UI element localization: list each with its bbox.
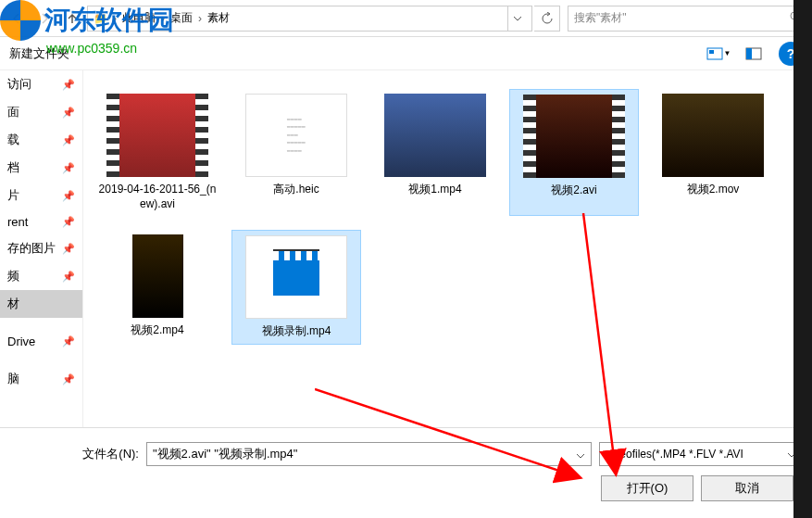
file-thumbnail [245,235,347,319]
nav-up-button[interactable] [59,6,85,32]
pin-icon: 📌 [62,190,75,202]
svg-rect-4 [746,48,752,59]
file-label: 2019-04-16-2011-56_(new).avi [97,183,218,211]
pin-icon: 📌 [62,216,75,228]
main-area: 访问📌面📌载📌档📌片📌rent📌存的图片📌频📌材Drive📌脑📌 2019-04… [0,70,812,427]
subbar: 新建文件夹 ▼ ? [0,37,812,70]
file-thumbnail [523,95,625,178]
sidebar-item[interactable] [0,354,82,365]
nav-forward-button[interactable] [31,6,57,32]
breadcrumb-part[interactable]: 此电脑 [122,10,156,26]
file-grid: 2019-04-16-2011-56_(new).avi━━━━━━━━━━━━… [83,70,812,427]
new-folder-button[interactable]: 新建文件夹 [9,46,69,60]
breadcrumb[interactable]: 📁 › 此电脑 › 桌面 › 素材 [87,6,532,32]
pin-icon: 📌 [62,373,75,385]
chevron-right-icon: › [161,12,165,25]
pin-icon: 📌 [62,79,75,91]
file-item[interactable]: 视频2.avi [509,89,639,216]
pin-icon: 📌 [62,243,75,255]
file-label: 视频录制.mp4 [237,324,356,339]
file-thumbnail [132,234,183,318]
file-label: 视频2.mp4 [97,323,218,338]
file-label: 视频2.avi [515,183,633,198]
file-item[interactable]: 视频1.mp4 [370,89,500,216]
sidebar: 访问📌面📌载📌档📌片📌rent📌存的图片📌频📌材Drive📌脑📌 [0,70,83,427]
filename-label: 文件名(N): [9,446,139,462]
sidebar-item[interactable]: 材 [0,290,82,318]
pin-icon: 📌 [62,107,75,119]
search-input[interactable]: 搜索"素材" [568,6,808,32]
file-thumbnail [106,94,208,177]
sidebar-item[interactable]: 频📌 [0,262,82,290]
open-button[interactable]: 打开(O) [601,475,693,501]
sidebar-item[interactable]: rent📌 [0,209,82,234]
breadcrumb-part[interactable]: 素材 [207,10,230,26]
view-details-button[interactable] [738,42,769,66]
sidebar-item[interactable]: 脑📌 [0,365,82,393]
file-type-filter[interactable]: videofiles(*.MP4 *.FLV *.AVI [599,442,803,466]
sidebar-item[interactable]: 片📌 [0,182,82,209]
file-thumbnail [384,94,486,177]
file-label: 视频2.mov [653,183,773,197]
view-thumbnails-button[interactable]: ▼ [703,42,734,66]
chevron-down-icon[interactable] [576,448,585,461]
chevron-right-icon: › [113,12,117,25]
sidebar-item[interactable]: 载📌 [0,126,82,154]
file-thumbnail: ━━━━━━━━━━━━━━━━━━━━━ [245,94,347,177]
pin-icon: 📌 [62,271,75,283]
pin-icon: 📌 [62,162,75,174]
file-label: 高动.heic [236,183,356,197]
file-item[interactable]: ━━━━━━━━━━━━━━━━━━━━━高动.heic [231,89,361,216]
sidebar-item[interactable]: 档📌 [0,154,82,182]
nav-back-button[interactable] [4,6,30,32]
file-item[interactable]: 2019-04-16-2011-56_(new).avi [93,89,222,216]
chevron-right-icon: › [198,12,202,25]
sidebar-item[interactable]: 面📌 [0,98,82,126]
sidebar-item[interactable] [0,318,82,329]
breadcrumb-dropdown[interactable] [507,6,526,31]
file-label: 视频1.mp4 [375,183,495,197]
folder-icon: 📁 [94,12,107,25]
file-item[interactable]: 视频录制.mp4 [231,230,361,345]
file-thumbnail [662,94,764,177]
app-background-strip [793,0,812,518]
sidebar-item[interactable]: Drive📌 [0,329,82,354]
refresh-button[interactable] [534,6,560,32]
cancel-button[interactable]: 取消 [701,475,793,501]
sidebar-item[interactable]: 存的图片📌 [0,234,82,262]
file-item[interactable]: 视频2.mp4 [93,230,222,345]
pin-icon: 📌 [62,134,75,146]
svg-rect-2 [709,50,714,54]
search-placeholder: 搜索"素材" [574,10,627,26]
pin-icon: 📌 [62,335,75,347]
toolbar: 📁 › 此电脑 › 桌面 › 素材 搜索"素材" [0,0,812,37]
breadcrumb-part[interactable]: 桌面 [170,10,193,26]
file-item[interactable]: 视频2.mov [648,89,778,216]
sidebar-item[interactable]: 访问📌 [0,70,82,98]
filename-input[interactable]: "视频2.avi" "视频录制.mp4" [146,442,592,466]
footer: 文件名(N): "视频2.avi" "视频录制.mp4" videofiles(… [0,427,812,511]
